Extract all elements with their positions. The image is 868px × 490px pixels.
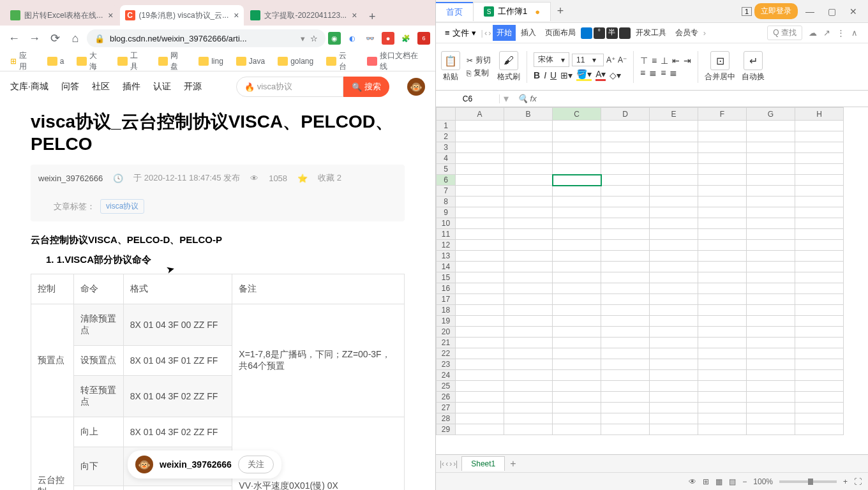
row-header[interactable]: 8 [437,197,456,207]
addon-icon[interactable]: 半 [606,27,618,39]
cell[interactable] [650,327,698,338]
cell[interactable] [747,338,795,348]
ext-icon[interactable]: ◉ [328,32,341,45]
cell[interactable] [601,381,650,392]
last-sheet-icon[interactable]: ›| [453,459,458,468]
cell[interactable] [650,121,698,131]
cell[interactable] [650,251,698,262]
cell[interactable] [553,359,601,370]
cell[interactable] [698,424,747,435]
browser-tab-1[interactable]: C (19条消息) visca协议_云... × [120,5,244,26]
cell[interactable] [747,413,795,424]
cell[interactable] [698,229,747,240]
cell[interactable] [698,272,747,283]
cell[interactable] [601,424,650,435]
cell[interactable] [553,327,601,338]
view-icon[interactable]: 👁 [689,477,696,486]
cell[interactable] [747,218,795,229]
cell[interactable] [650,403,698,413]
ribbon-tab-dev[interactable]: 开发工具 [632,25,670,41]
clear-format-button[interactable]: ◇▾ [610,70,621,80]
wrap-button[interactable]: ↵ 自动换 [742,51,765,82]
paste-group[interactable]: 📋 粘贴 [441,51,460,82]
cell[interactable] [795,251,844,262]
cell[interactable] [504,121,553,131]
cell[interactable] [650,305,698,316]
author-name[interactable]: weixin_39762666 [160,459,232,470]
ribbon-tab-start[interactable]: 开始 [493,25,516,41]
cell[interactable] [553,424,601,435]
cell[interactable] [698,240,747,251]
cell[interactable] [456,175,504,186]
cell[interactable] [795,348,844,359]
cell[interactable] [698,153,747,164]
cell[interactable] [698,175,747,186]
dropdown-icon[interactable]: ▾ [301,34,305,43]
cell[interactable] [795,207,844,218]
cell[interactable] [650,240,698,251]
cell[interactable] [601,272,650,283]
apps-button[interactable]: ⊞应用 [5,48,40,75]
cell[interactable] [601,197,650,207]
cell[interactable] [698,392,747,403]
cell[interactable] [650,197,698,207]
cell[interactable] [456,338,504,348]
cell[interactable] [698,186,747,197]
cell[interactable] [504,424,553,435]
cell[interactable] [747,359,795,370]
row-header[interactable]: 6 [437,175,456,186]
cell[interactable] [795,131,844,142]
cell[interactable] [650,229,698,240]
cell[interactable] [698,121,747,131]
cell[interactable] [747,294,795,305]
cell[interactable] [698,164,747,175]
cell[interactable] [795,359,844,370]
addon-icon[interactable]: ° [594,27,605,39]
cell[interactable] [553,197,601,207]
cell[interactable] [553,131,601,142]
cell[interactable] [601,121,650,131]
cell[interactable] [456,272,504,283]
column-header[interactable]: B [504,108,553,121]
cell[interactable] [650,392,698,403]
cell[interactable] [601,294,650,305]
cell[interactable] [601,392,650,403]
row-header[interactable]: 5 [437,164,456,175]
row-header[interactable]: 22 [437,348,456,359]
increase-font-icon[interactable]: A⁺ [606,56,615,64]
zoom-slider[interactable] [779,480,837,483]
cell[interactable] [504,381,553,392]
cell[interactable] [456,392,504,403]
cell[interactable] [650,218,698,229]
row-header[interactable]: 28 [437,413,456,424]
cell[interactable] [650,294,698,305]
row-header[interactable]: 12 [437,240,456,251]
cell[interactable] [650,142,698,153]
cell[interactable] [795,142,844,153]
reload-button[interactable]: ⟳ [46,29,64,47]
author-link[interactable]: weixin_39762666 [38,174,103,183]
row-header[interactable]: 25 [437,381,456,392]
cell[interactable] [795,121,844,131]
cell[interactable] [456,218,504,229]
cell[interactable] [747,283,795,294]
cell[interactable] [698,207,747,218]
cell[interactable] [601,348,650,359]
cell[interactable] [601,403,650,413]
cell[interactable] [553,272,601,283]
cell[interactable] [601,240,650,251]
row-header[interactable]: 10 [437,218,456,229]
cell[interactable] [504,240,553,251]
cell[interactable] [456,294,504,305]
cell[interactable] [698,338,747,348]
cell[interactable] [553,294,601,305]
cell[interactable] [795,240,844,251]
cell[interactable] [553,392,601,403]
cell[interactable] [698,305,747,316]
cell[interactable] [553,316,601,327]
row-header[interactable]: 15 [437,272,456,283]
fx-icon[interactable]: 🔍 fx [513,94,542,103]
cell[interactable] [601,142,650,153]
bookmark-item[interactable]: a [42,54,70,68]
cell[interactable] [698,370,747,381]
